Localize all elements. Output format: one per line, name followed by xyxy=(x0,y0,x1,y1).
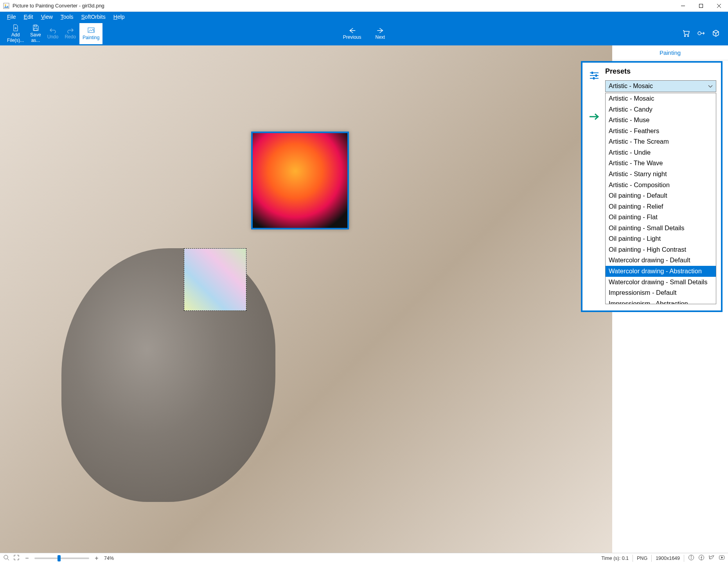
menubar: File Edit View Tools SoftOrbits Help xyxy=(0,12,728,22)
statusbar: − + 74% Time (s): 0.1 PNG 1900x1649 xyxy=(0,553,728,563)
maximize-button[interactable] xyxy=(692,0,710,12)
app-icon xyxy=(3,3,9,9)
preset-option[interactable]: Artistic - Muse xyxy=(606,115,716,126)
time-label: Time (s): 0.1 xyxy=(601,556,629,561)
svg-rect-9 xyxy=(34,28,37,31)
menu-view[interactable]: View xyxy=(37,13,57,21)
package-icon[interactable] xyxy=(712,29,720,39)
preset-option[interactable]: Impressionism - Abstraction xyxy=(606,298,716,304)
next-button[interactable]: Next xyxy=(372,23,388,45)
add-files-label: Add File(s)... xyxy=(7,32,24,43)
save-as-label: Save as... xyxy=(30,32,41,43)
info-icon[interactable] xyxy=(688,554,694,562)
presets-panel: Presets Artistic - Mosaic Artistic - Mos… xyxy=(581,61,723,312)
presets-combobox[interactable]: Artistic - Mosaic xyxy=(605,80,716,92)
previous-button[interactable]: Previous xyxy=(340,23,365,45)
svg-point-20 xyxy=(4,555,8,559)
painting-icon xyxy=(87,27,95,34)
undo-label: Undo xyxy=(47,34,59,40)
minimize-button[interactable] xyxy=(674,0,692,12)
zoom-slider[interactable] xyxy=(34,558,89,559)
cart-icon[interactable] xyxy=(682,29,690,39)
svg-rect-8 xyxy=(34,25,37,27)
file-add-icon xyxy=(12,24,19,31)
titlebar: Picture to Painting Converter - girl3d.p… xyxy=(0,0,728,12)
preset-option[interactable]: Impressionism - Default xyxy=(606,287,716,298)
canvas[interactable] xyxy=(0,45,612,553)
add-files-button[interactable]: Add File(s)... xyxy=(4,23,27,45)
preview-overlay-painting[interactable] xyxy=(251,132,349,229)
undo-button[interactable]: Undo xyxy=(44,23,62,45)
previous-label: Previous xyxy=(343,34,361,40)
save-icon xyxy=(32,24,39,31)
preset-option[interactable]: Artistic - The Scream xyxy=(606,136,716,147)
painting-button[interactable]: Painting xyxy=(79,23,103,45)
preset-option[interactable]: Watercolor drawing - Default xyxy=(606,255,716,266)
preset-option[interactable]: Artistic - Feathers xyxy=(606,126,716,137)
svg-point-1 xyxy=(5,4,6,6)
svg-point-24 xyxy=(691,556,692,557)
preset-option[interactable]: Artistic - Starry night xyxy=(606,169,716,180)
redo-label: Redo xyxy=(65,34,76,40)
preset-option[interactable]: Watercolor drawing - Small Details xyxy=(606,277,716,288)
previous-icon xyxy=(348,27,356,34)
menu-tools[interactable]: Tools xyxy=(57,13,77,21)
svg-rect-3 xyxy=(699,4,703,7)
save-as-button[interactable]: Save as... xyxy=(27,23,44,45)
redo-button[interactable]: Redo xyxy=(61,23,79,45)
svg-line-21 xyxy=(7,559,9,560)
preset-option[interactable]: Artistic - Undie xyxy=(606,147,716,158)
svg-rect-19 xyxy=(593,77,595,79)
presets-title: Presets xyxy=(605,67,716,76)
svg-point-11 xyxy=(685,35,686,36)
menu-help[interactable]: Help xyxy=(110,13,129,21)
preset-option[interactable]: Oil painting - Default xyxy=(606,190,716,201)
preset-option[interactable]: Oil painting - High Contrast xyxy=(606,244,716,255)
format-label: PNG xyxy=(637,556,647,561)
preset-option[interactable]: Watercolor drawing - Abstraction xyxy=(606,266,716,277)
zoom-out-button[interactable]: − xyxy=(23,555,31,562)
chevron-down-icon xyxy=(708,83,713,90)
main-area: Painting Presets Artistic - Mosaic Artis… xyxy=(0,45,728,553)
fit-screen-icon[interactable] xyxy=(13,554,20,562)
menu-edit[interactable]: Edit xyxy=(20,13,37,21)
preset-option[interactable]: Artistic - Candy xyxy=(606,104,716,115)
menu-file[interactable]: File xyxy=(3,13,20,21)
zoom-slider-thumb[interactable] xyxy=(58,555,61,561)
redo-icon xyxy=(67,28,74,33)
zoom-value: 74% xyxy=(104,556,114,561)
next-label: Next xyxy=(376,34,385,40)
ribbon: Add File(s)... Save as... Undo Redo Pain… xyxy=(0,22,728,45)
zoom-tool-icon[interactable] xyxy=(3,554,9,562)
preset-option[interactable]: Oil painting - Flat xyxy=(606,212,716,223)
presets-selected: Artistic - Mosaic xyxy=(609,83,653,90)
side-tab-painting[interactable]: Painting xyxy=(612,45,728,60)
zoom-in-button[interactable]: + xyxy=(93,555,100,562)
youtube-icon[interactable] xyxy=(719,554,725,562)
key-icon[interactable] xyxy=(697,29,705,39)
painting-label: Painting xyxy=(83,35,99,40)
twitter-icon[interactable] xyxy=(708,554,715,562)
svg-point-12 xyxy=(688,35,689,36)
preset-option[interactable]: Oil painting - Small Details xyxy=(606,223,716,234)
svg-rect-15 xyxy=(591,72,593,74)
preset-option[interactable]: Artistic - Mosaic xyxy=(606,93,716,104)
undo-icon xyxy=(49,28,56,33)
presets-dropdown-list[interactable]: Artistic - MosaicArtistic - CandyArtisti… xyxy=(605,93,716,304)
preset-option[interactable]: Oil painting - Light xyxy=(606,233,716,244)
svg-rect-17 xyxy=(595,74,597,77)
facebook-icon[interactable] xyxy=(698,554,705,562)
dimensions-label: 1900x1649 xyxy=(656,556,680,561)
run-arrow-icon[interactable] xyxy=(587,110,601,124)
preset-option[interactable]: Artistic - The Wave xyxy=(606,158,716,169)
next-icon xyxy=(376,27,384,34)
selection-overlay-mosaic[interactable] xyxy=(184,248,246,311)
svg-point-13 xyxy=(698,32,701,35)
close-button[interactable] xyxy=(710,0,728,12)
sliders-icon[interactable] xyxy=(587,68,601,82)
preset-option[interactable]: Oil painting - Relief xyxy=(606,201,716,212)
menu-softorbits[interactable]: SoftOrbits xyxy=(77,13,110,21)
window-title: Picture to Painting Converter - girl3d.p… xyxy=(13,3,674,9)
side-tab-label: Painting xyxy=(654,47,686,58)
preset-option[interactable]: Artistic - Composition xyxy=(606,180,716,191)
